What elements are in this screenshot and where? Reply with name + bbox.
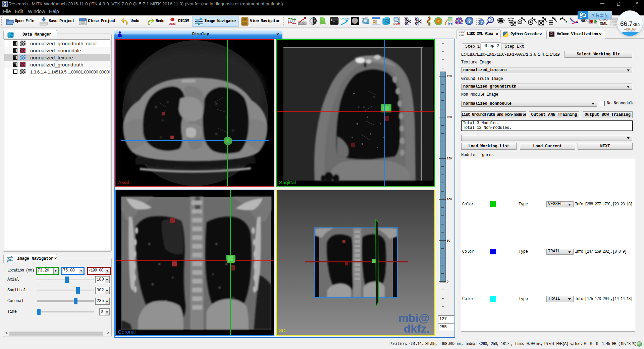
svg-text:0: 0 [447,280,448,283]
svg-text:dkfz.: dkfz. [404,322,430,335]
svg-text:DICOM: DICOM [340,17,350,20]
svg-text:100: 100 [447,198,452,201]
svg-text:3D: 3D [279,328,285,333]
svg-text:150: 150 [447,157,452,160]
svg-text:Sagittal: Sagittal [279,180,296,185]
svg-text:?: ? [489,18,492,22]
svg-text:50: 50 [447,239,450,242]
svg-text:DCM: DCM [393,22,400,26]
svg-text:250: 250 [447,74,452,78]
svg-text:Axial: Axial [118,180,129,185]
svg-text:?: ? [481,20,483,25]
svg-text:DCM: DCM [169,22,176,26]
svg-text:?: ? [468,18,471,24]
svg-text:Coronal: Coronal [118,329,136,335]
svg-text:200: 200 [447,115,452,119]
